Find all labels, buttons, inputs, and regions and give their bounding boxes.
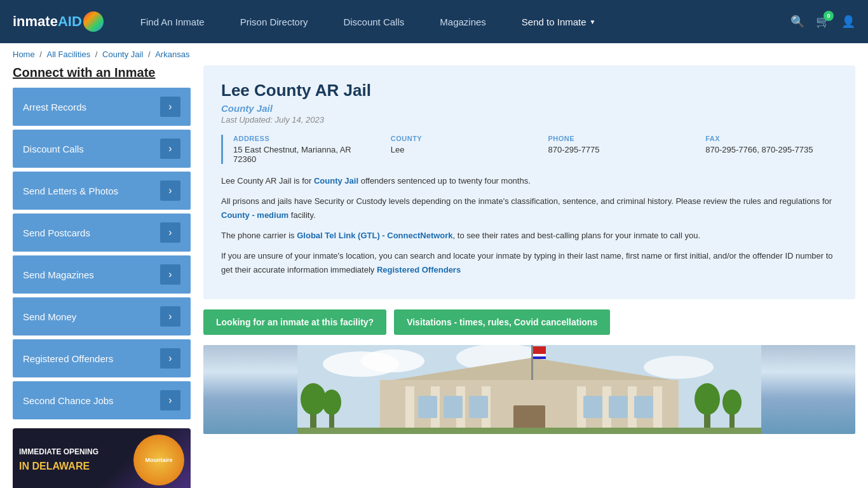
looking-for-inmate-button[interactable]: Looking for an inmate at this facility? [203, 309, 386, 335]
svg-rect-10 [405, 386, 414, 434]
svg-rect-30 [297, 428, 761, 434]
svg-point-27 [695, 383, 720, 415]
sidebar-item-send-letters[interactable]: Send Letters & Photos › [13, 172, 191, 210]
sidebar-item-second-chance-jobs[interactable]: Second Chance Jobs › [13, 381, 191, 419]
breadcrumb-county-jail[interactable]: County Jail [102, 50, 143, 59]
nav-send-to-inmate[interactable]: Send to Inmate ▼ [504, 0, 614, 43]
nav-magazines[interactable]: Magazines [422, 0, 504, 43]
sidebar-item-registered-offenders[interactable]: Registered Offenders › [13, 339, 191, 377]
svg-point-8 [322, 390, 341, 415]
sidebar-item-send-magazines[interactable]: Send Magazines › [13, 255, 191, 294]
svg-rect-33 [533, 354, 546, 356]
svg-rect-21 [469, 396, 488, 418]
search-icon[interactable]: 🔍 [790, 15, 804, 29]
sidebar-title: Connect with an Inmate [13, 65, 191, 80]
sidebar-ad[interactable]: IMMEDIATE OPENING IN DELAWARE Mountaire [13, 428, 191, 488]
svg-rect-32 [533, 346, 546, 354]
arrow-icon: › [160, 180, 180, 201]
user-icon[interactable]: 👤 [841, 15, 855, 29]
desc-2: All prisons and jails have Security or C… [221, 194, 837, 222]
breadcrumb-sep2: / [95, 50, 100, 59]
facility-photo [203, 345, 855, 434]
breadcrumb: Home / All Facilities / County Jail / Ar… [0, 43, 868, 65]
link-gtl[interactable]: Global Tel Link (GTL) - ConnectNetwork [297, 231, 452, 240]
svg-rect-19 [418, 396, 437, 418]
main-nav: Find An Inmate Prison Directory Discount… [123, 0, 790, 43]
desc-1: Lee County AR Jail is for County Jail of… [221, 174, 837, 188]
logo-icon [83, 11, 104, 32]
arrow-icon: › [160, 306, 180, 327]
svg-point-2 [361, 349, 424, 372]
cart-badge: 0 [824, 11, 834, 21]
cart-button[interactable]: 🛒 0 [816, 15, 830, 29]
facility-card: Lee County AR Jail County Jail Last Upda… [203, 65, 855, 299]
facility-type: County Jail [221, 103, 837, 114]
svg-rect-17 [653, 386, 662, 434]
breadcrumb-sep: / [39, 50, 44, 59]
nav-discount-calls[interactable]: Discount Calls [325, 0, 422, 43]
desc-3: The phone carrier is Global Tel Link (GT… [221, 229, 837, 243]
breadcrumb-arkansas[interactable]: Arkansas [155, 50, 189, 59]
breadcrumb-sep3: / [148, 50, 153, 59]
svg-rect-22 [583, 396, 602, 418]
meta-phone: PHONE 870-295-7775 [548, 135, 681, 164]
sidebar-item-discount-calls[interactable]: Discount Calls › [13, 130, 191, 168]
link-registered-offenders[interactable]: Registered Offenders [377, 265, 461, 274]
nav-prison-directory[interactable]: Prison Directory [222, 0, 326, 43]
svg-point-29 [722, 390, 742, 415]
visitations-button[interactable]: Visitations - times, rules, Covid cancel… [394, 309, 610, 335]
svg-rect-24 [634, 396, 653, 418]
arrow-icon: › [160, 264, 180, 285]
svg-rect-31 [531, 345, 533, 380]
sidebar-item-arrest-records[interactable]: Arrest Records › [13, 88, 191, 126]
breadcrumb-home[interactable]: Home [13, 50, 35, 59]
ad-logo-circle: Mountaire [133, 435, 184, 485]
nav-find-inmate[interactable]: Find An Inmate [123, 0, 222, 43]
arrow-icon: › [160, 139, 180, 159]
link-county-jail[interactable]: County Jail [314, 176, 358, 186]
facility-title: Lee County AR Jail [221, 81, 837, 100]
chevron-down-icon: ▼ [590, 18, 596, 25]
svg-rect-20 [444, 396, 463, 418]
svg-point-4 [644, 356, 714, 379]
meta-address: ADDRESS 15 East Chestnut, Marianna, AR 7… [233, 135, 365, 164]
content-area: Lee County AR Jail County Jail Last Upda… [203, 65, 855, 434]
arrow-icon: › [160, 97, 180, 117]
logo[interactable]: inmateAID [13, 11, 104, 32]
svg-rect-23 [609, 396, 628, 418]
header-actions: 🔍 🛒 0 👤 [790, 15, 855, 29]
ad-text: IMMEDIATE OPENING IN DELAWARE [13, 440, 127, 481]
facility-updated: Last Updated: July 14, 2023 [221, 115, 837, 125]
sidebar: Connect with an Inmate Arrest Records › … [13, 65, 191, 488]
meta-county: COUNTY Lee [391, 135, 523, 164]
desc-4: If you are unsure of your inmate's locat… [221, 249, 837, 277]
arrow-icon: › [160, 222, 180, 243]
arrow-icon: › [160, 348, 180, 369]
action-buttons: Looking for an inmate at this facility? … [203, 309, 855, 335]
logo-text: inmateAID [13, 13, 82, 30]
sidebar-item-send-postcards[interactable]: Send Postcards › [13, 214, 191, 252]
link-county-medium[interactable]: County - medium [221, 210, 288, 220]
svg-rect-34 [533, 356, 546, 359]
main-layout: Connect with an Inmate Arrest Records › … [0, 65, 868, 488]
breadcrumb-all-facilities[interactable]: All Facilities [47, 50, 91, 59]
svg-point-6 [301, 383, 326, 415]
meta-fax: FAX 870-295-7766, 870-295-7735 [705, 135, 837, 164]
facility-description: Lee County AR Jail is for County Jail of… [221, 174, 837, 278]
sidebar-item-send-money[interactable]: Send Money › [13, 297, 191, 336]
arrow-icon: › [160, 390, 180, 410]
building-illustration [203, 345, 855, 434]
facility-meta: ADDRESS 15 East Chestnut, Marianna, AR 7… [221, 135, 837, 164]
